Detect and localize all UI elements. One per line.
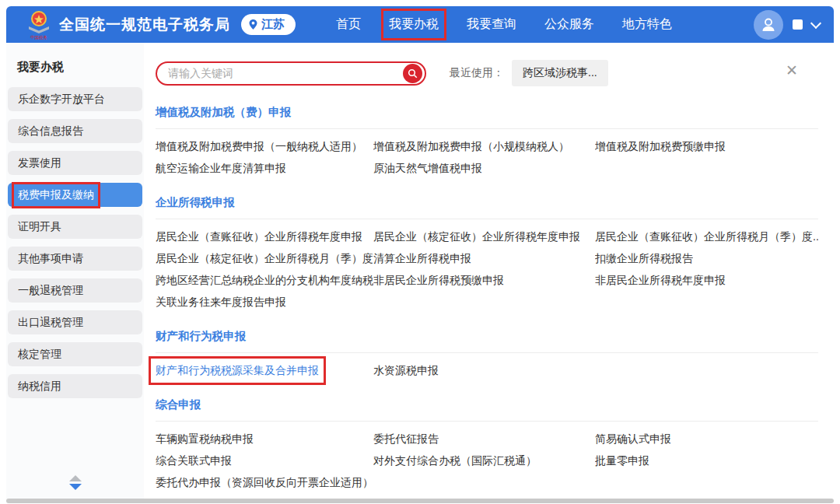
list-item[interactable]: 扣缴企业所得税报告 xyxy=(595,251,693,266)
sidebar-item-info-report[interactable]: 综合信息报告 xyxy=(8,119,142,143)
section-items: 财产和行为税税源采集及合并申报 水资源税申报 xyxy=(156,363,818,378)
nav-local-features[interactable]: 地方特色 xyxy=(622,16,672,33)
horizontal-scrollbar[interactable] xyxy=(6,499,834,503)
list-item[interactable]: 居民企业（查账征收）企业所得税月（季）度... xyxy=(595,229,818,244)
list-item[interactable]: 对外支付综合办税（国际汇税通） xyxy=(373,453,537,468)
tax-bureau-logo-icon: 中国税务 xyxy=(26,10,51,40)
list-item[interactable]: 航空运输企业年度清算申报 xyxy=(156,161,286,176)
nav-tax-services[interactable]: 我要办税 xyxy=(389,16,439,33)
brand: 中国税务 全国统一规范电子税务局 江苏 xyxy=(26,10,296,40)
list-item[interactable]: 增值税及附加税费申报（一般纳税人适用） xyxy=(156,139,362,154)
sidebar-item-leqi-platform[interactable]: 乐企数字开放平台 xyxy=(8,87,142,111)
section-heading: 综合申报 xyxy=(156,397,818,422)
scroll-down-icon[interactable] xyxy=(69,484,82,490)
sidebar-title: 我要办税 xyxy=(6,43,144,87)
nav-home[interactable]: 首页 xyxy=(336,16,361,33)
search-row: 最近使用： 跨区域涉税事... ✕ xyxy=(156,61,818,86)
user-area xyxy=(754,10,820,40)
sidebar-item-invoice-use[interactable]: 发票使用 xyxy=(8,151,142,175)
search-input-wrapper xyxy=(156,61,426,86)
user-icon xyxy=(760,16,777,33)
svg-text:中国税务: 中国税务 xyxy=(30,35,48,40)
list-item[interactable]: 关联业务往来年度报告申报 xyxy=(156,295,286,310)
scroll-up-icon[interactable] xyxy=(69,475,82,481)
recent-used-label: 最近使用： xyxy=(450,66,504,80)
section-property-behavior-tax: 财产和行为税申报 财产和行为税税源采集及合并申报 水资源税申报 xyxy=(156,329,818,378)
recent-item-chip[interactable]: 跨区域涉税事... xyxy=(512,60,608,86)
top-header: 中国税务 全国统一规范电子税务局 江苏 首页 我要办税 我要查询 公众服务 地方… xyxy=(6,6,834,43)
list-item[interactable]: 批量零申报 xyxy=(595,453,649,468)
list-item[interactable]: 委托代征报告 xyxy=(373,432,439,446)
list-item[interactable]: 车辆购置税纳税申报 xyxy=(156,432,254,446)
nav-public-services[interactable]: 公众服务 xyxy=(544,16,594,33)
section-heading: 企业所得税申报 xyxy=(156,195,818,219)
list-item[interactable]: 增值税及附加税费预缴申报 xyxy=(595,139,726,154)
sidebar-item-export-refund[interactable]: 出口退税管理 xyxy=(8,310,142,334)
list-item[interactable]: 委托代办申报（资源回收反向开票企业适用） xyxy=(156,475,373,490)
sidebar-item-certificate-issue[interactable]: 证明开具 xyxy=(8,215,142,239)
sidebar-scroll-controls xyxy=(69,475,82,490)
section-items: 增值税及附加税费申报（一般纳税人适用） 增值税及附加税费申报（小规模纳税人） 增… xyxy=(156,139,818,176)
section-items: 居民企业（查账征收）企业所得税年度申报 居民企业（核定征收）企业所得税年度申报 … xyxy=(156,229,818,310)
list-item[interactable]: 清算企业所得税申报 xyxy=(373,251,471,266)
search-icon xyxy=(408,68,418,79)
sidebar-item-tax-credit[interactable]: 纳税信用 xyxy=(8,374,142,398)
list-item[interactable]: 非居民企业所得税年度申报 xyxy=(595,273,726,288)
section-comprehensive-declaration: 综合申报 车辆购置税纳税申报 委托代征报告 简易确认式申报 综合关联式申报 对外… xyxy=(156,397,818,490)
location-selector[interactable]: 江苏 xyxy=(241,14,296,35)
avatar[interactable] xyxy=(754,10,783,40)
list-item[interactable]: 居民企业（查账征收）企业所得税年度申报 xyxy=(156,229,362,244)
sidebar-item-assessment-mgmt[interactable]: 核定管理 xyxy=(8,342,142,366)
nav-query[interactable]: 我要查询 xyxy=(467,16,516,33)
sidebar: 我要办税 乐企数字开放平台 综合信息报告 发票使用 税费申报及缴纳 证明开具 其… xyxy=(6,43,144,499)
search-button[interactable] xyxy=(403,64,422,83)
section-heading: 财产和行为税申报 xyxy=(156,329,818,353)
location-label: 江苏 xyxy=(261,17,285,32)
list-item[interactable]: 居民企业（核定征收）企业所得税月（季）度... xyxy=(156,251,373,266)
username-redacted-block xyxy=(793,19,803,30)
list-item[interactable]: 水资源税申报 xyxy=(373,363,439,378)
list-item[interactable]: 跨地区经营汇总纳税企业的分支机构年度纳税... xyxy=(156,273,373,288)
list-item[interactable]: 居民企业（核定征收）企业所得税年度申报 xyxy=(373,229,580,244)
main-panel: 最近使用： 跨区域涉税事... ✕ 增值税及附加税（费）申报 增值税及附加税费申… xyxy=(144,43,834,499)
section-corporate-income-tax: 企业所得税申报 居民企业（查账征收）企业所得税年度申报 居民企业（核定征收）企业… xyxy=(156,195,818,310)
sidebar-item-tax-declaration[interactable]: 税费申报及缴纳 xyxy=(8,183,142,207)
sidebar-item-general-refund[interactable]: 一般退税管理 xyxy=(8,278,142,303)
chevron-down-icon[interactable] xyxy=(810,17,821,28)
list-item[interactable]: 增值税及附加税费申报（小规模纳税人） xyxy=(373,139,569,154)
search-input[interactable] xyxy=(168,67,403,79)
list-item[interactable]: 简易确认式申报 xyxy=(595,432,671,446)
location-pin-icon xyxy=(248,19,258,30)
list-item-property-tax-source-collection[interactable]: 财产和行为税税源采集及合并申报 xyxy=(156,363,319,378)
top-nav: 首页 我要办税 我要查询 公众服务 地方特色 xyxy=(336,16,672,33)
app-title: 全国统一规范电子税务局 xyxy=(59,15,230,35)
section-vat: 增值税及附加税（费）申报 增值税及附加税费申报（一般纳税人适用） 增值税及附加税… xyxy=(156,105,818,176)
list-item[interactable]: 综合关联式申报 xyxy=(156,453,232,468)
list-item[interactable]: 原油天然气增值税申报 xyxy=(373,161,482,176)
list-item[interactable]: 非居民企业所得税预缴申报 xyxy=(373,273,504,288)
close-icon[interactable]: ✕ xyxy=(786,63,798,78)
section-items: 车辆购置税纳税申报 委托代征报告 简易确认式申报 综合关联式申报 对外支付综合办… xyxy=(156,432,818,490)
sidebar-item-other-matters[interactable]: 其他事项申请 xyxy=(8,247,142,271)
section-heading: 增值税及附加税（费）申报 xyxy=(156,105,818,129)
